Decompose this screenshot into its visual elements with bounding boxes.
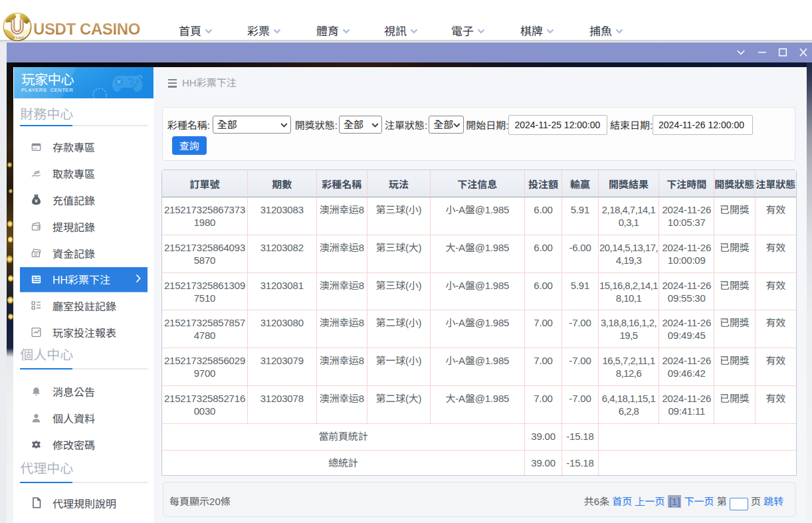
svg-text:¥: ¥ bbox=[35, 199, 39, 205]
svg-text:CASINO: CASINO bbox=[10, 36, 24, 40]
